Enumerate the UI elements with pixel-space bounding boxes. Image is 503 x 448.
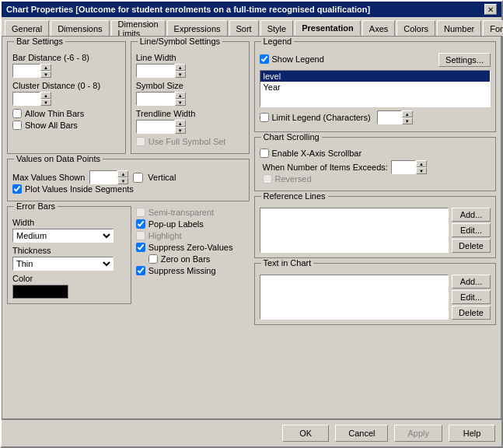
trendline-width-input[interactable]: 1 pt bbox=[136, 120, 175, 134]
symbol-size-input[interactable]: 2 pt bbox=[136, 92, 175, 106]
plot-values-checkbox[interactable] bbox=[12, 184, 22, 194]
cluster-distance-label: Cluster Distance (0 - 8) bbox=[12, 81, 121, 90]
help-button[interactable]: Help bbox=[449, 425, 495, 442]
tab-expressions[interactable]: Expressions bbox=[167, 20, 228, 36]
suppress-zero-checkbox[interactable] bbox=[136, 243, 145, 252]
cluster-distance-down[interactable]: ▼ bbox=[40, 99, 51, 106]
bar-distance-spinner[interactable]: 2 ▲ ▼ bbox=[12, 64, 51, 78]
reference-lines-label: Reference Lines bbox=[261, 191, 328, 201]
max-values-input[interactable]: 100 bbox=[89, 170, 117, 184]
when-exceeds-spinner[interactable]: 10 ▲ ▼ bbox=[391, 160, 427, 174]
error-bars-group: Error Bars Width Narrow Medium Wide Thic… bbox=[7, 206, 131, 304]
cluster-distance-spinner[interactable]: 5 ▲ ▼ bbox=[12, 92, 51, 106]
bar-distance-up[interactable]: ▲ bbox=[40, 64, 51, 71]
show-legend-checkbox[interactable] bbox=[260, 54, 269, 64]
limit-legend-down[interactable]: ▼ bbox=[402, 117, 413, 124]
max-values-spinbtns: ▲ ▼ bbox=[117, 170, 128, 184]
when-exceeds-spinbtns: ▲ ▼ bbox=[416, 160, 427, 174]
error-thickness-label: Thickness bbox=[12, 246, 126, 255]
bar-distance-down[interactable]: ▼ bbox=[40, 71, 51, 78]
tab-dimension-limits[interactable]: Dimension Limits bbox=[111, 20, 166, 36]
limit-legend-input[interactable]: 15 bbox=[377, 110, 402, 124]
tab-bar: General Dimensions Dimension Limits Expr… bbox=[2, 17, 501, 36]
values-on-data-points-group: Values on Data Points Max Values Shown 1… bbox=[7, 159, 250, 201]
limit-legend-checkbox[interactable] bbox=[260, 113, 269, 122]
when-exceeds-input[interactable]: 10 bbox=[391, 160, 416, 174]
tab-dimensions[interactable]: Dimensions bbox=[51, 20, 109, 36]
zero-on-bars-label: Zero on Bars bbox=[161, 254, 211, 264]
tab-colors[interactable]: Colors bbox=[396, 20, 435, 36]
text-chart-add-button[interactable]: Add... bbox=[452, 275, 491, 289]
error-color-box[interactable] bbox=[12, 285, 68, 299]
when-exceeds-down[interactable]: ▼ bbox=[416, 167, 427, 174]
trendline-down[interactable]: ▼ bbox=[175, 127, 186, 134]
legend-item-year[interactable]: Year bbox=[260, 82, 491, 93]
tab-axes[interactable]: Axes bbox=[362, 20, 395, 36]
allow-thin-bars-checkbox[interactable] bbox=[12, 109, 22, 118]
ref-lines-edit-button[interactable]: Edit... bbox=[452, 223, 491, 237]
enable-x-checkbox[interactable] bbox=[260, 149, 269, 158]
popup-labels-checkbox[interactable] bbox=[136, 219, 145, 229]
error-thickness-select[interactable]: Thin Medium Thick bbox=[12, 257, 114, 271]
tab-number[interactable]: Number bbox=[437, 20, 481, 36]
tab-font[interactable]: Font bbox=[483, 20, 503, 36]
cluster-distance-row: 5 ▲ ▼ bbox=[12, 92, 121, 106]
vertical-checkbox[interactable] bbox=[133, 173, 143, 183]
tab-presentation[interactable]: Presentation bbox=[295, 20, 361, 36]
limit-legend-spinner[interactable]: 15 ▲ ▼ bbox=[377, 110, 413, 124]
symbol-size-up[interactable]: ▲ bbox=[175, 92, 186, 99]
line-width-label: Line Width bbox=[136, 53, 244, 62]
chart-scrolling-group: Chart Scrolling Enable X-Axis Scrollbar … bbox=[254, 137, 497, 191]
chart-properties-window: Chart Properties [Outcome for student en… bbox=[0, 0, 503, 448]
max-values-spinner[interactable]: 100 ▲ ▼ bbox=[89, 170, 128, 184]
cluster-distance-up[interactable]: ▲ bbox=[40, 92, 51, 99]
tab-general[interactable]: General bbox=[5, 20, 49, 36]
left-column: Bar Settings Bar Distance (-6 - 8) 2 ▲ ▼… bbox=[7, 41, 250, 352]
symbol-size-spinner[interactable]: 2 pt ▲ ▼ bbox=[136, 92, 186, 106]
line-width-down[interactable]: ▼ bbox=[175, 71, 186, 78]
ref-lines-delete-button[interactable]: Delete bbox=[452, 239, 491, 253]
line-width-spinner[interactable]: 2 pt ▲ ▼ bbox=[136, 64, 186, 78]
when-exceeds-up[interactable]: ▲ bbox=[416, 160, 427, 167]
max-values-down[interactable]: ▼ bbox=[117, 177, 128, 184]
cluster-distance-input[interactable]: 5 bbox=[12, 92, 40, 106]
error-bars-section: Error Bars Width Narrow Medium Wide Thic… bbox=[7, 206, 250, 304]
reference-lines-area bbox=[260, 208, 449, 253]
max-values-label: Max Values Shown bbox=[12, 173, 85, 182]
symbol-size-down[interactable]: ▼ bbox=[175, 99, 186, 106]
trendline-width-spinner[interactable]: 1 pt ▲ ▼ bbox=[136, 120, 186, 134]
suppress-missing-checkbox[interactable] bbox=[136, 266, 145, 275]
show-all-bars-row: Show All Bars bbox=[12, 121, 121, 130]
tab-style[interactable]: Style bbox=[260, 20, 293, 36]
bottom-buttons: OK Cancel Apply Help bbox=[2, 419, 501, 446]
error-width-select[interactable]: Narrow Medium Wide bbox=[12, 229, 114, 243]
ref-lines-add-button[interactable]: Add... bbox=[452, 208, 491, 222]
limit-legend-up[interactable]: ▲ bbox=[402, 110, 413, 117]
legend-item-level[interactable]: level bbox=[260, 71, 491, 82]
bar-distance-input[interactable]: 2 bbox=[12, 64, 40, 78]
limit-legend-row: Limit Legend (Characters) 15 ▲ ▼ bbox=[260, 110, 491, 124]
cancel-button[interactable]: Cancel bbox=[335, 425, 388, 442]
plot-values-label: Plot Values Inside Segments bbox=[25, 184, 134, 194]
text-chart-delete-button[interactable]: Delete bbox=[452, 306, 491, 320]
close-button[interactable]: ✕ bbox=[484, 4, 497, 15]
show-all-bars-checkbox[interactable] bbox=[12, 121, 22, 130]
line-width-input[interactable]: 2 pt bbox=[136, 64, 175, 78]
tab-sort[interactable]: Sort bbox=[229, 20, 259, 36]
trendline-width-row: 1 pt ▲ ▼ bbox=[136, 120, 244, 134]
error-thickness-row: Thin Medium Thick bbox=[12, 257, 126, 271]
legend-settings-button[interactable]: Settings... bbox=[438, 53, 491, 67]
bar-settings-group: Bar Settings Bar Distance (-6 - 8) 2 ▲ ▼… bbox=[7, 41, 126, 154]
zero-on-bars-checkbox[interactable] bbox=[148, 254, 158, 264]
ok-button[interactable]: OK bbox=[282, 425, 329, 442]
line-width-up[interactable]: ▲ bbox=[175, 64, 186, 71]
plot-values-row: Plot Values Inside Segments bbox=[12, 184, 244, 194]
max-values-up[interactable]: ▲ bbox=[117, 170, 128, 177]
trendline-width-label: Trendline Width bbox=[136, 109, 244, 118]
legend-group: Legend Show Legend Settings... level Yea… bbox=[254, 41, 497, 132]
highlight-label: Highlight bbox=[148, 231, 182, 240]
text-chart-edit-button[interactable]: Edit... bbox=[452, 290, 491, 304]
trendline-up[interactable]: ▲ bbox=[175, 120, 186, 127]
apply-button[interactable]: Apply bbox=[394, 425, 442, 442]
main-content: Bar Settings Bar Distance (-6 - 8) 2 ▲ ▼… bbox=[2, 36, 501, 419]
